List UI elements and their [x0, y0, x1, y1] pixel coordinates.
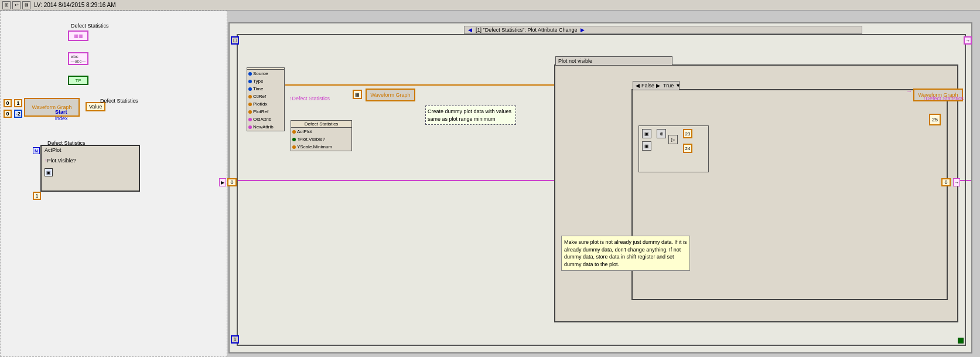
- num-23-inner: 23: [683, 129, 692, 138]
- event-structure-header: ◀ [1] "Defect Statistics": Plot Attribut…: [464, 26, 862, 34]
- num-0-box-left: 0: [227, 178, 237, 186]
- num-1-left: 1: [14, 99, 22, 107]
- defect-stats-label-1: Defect Statistics: [71, 23, 109, 29]
- title-bar: ⊞ ↩ ⊠ LV: 2014 8/14/2015 8:29:16 AM: [0, 0, 980, 11]
- event-data-node: Source Type Time CtlRef PlotIdx: [247, 67, 285, 131]
- comment-box: Make sure plot is not already just dummy…: [561, 236, 690, 271]
- plot-visible-label-left: ↑Plot.Visible?: [45, 158, 76, 164]
- plotidx-port: PlotIdx: [247, 100, 284, 108]
- defect-stats-label-2: Defect Statistics: [100, 98, 138, 104]
- type-port: Type: [247, 77, 284, 85]
- newattrib-port: NewAttrib: [247, 123, 284, 131]
- ctlref-port: CtlRef: [247, 93, 284, 100]
- index-label: index: [55, 115, 68, 121]
- oldattrib-port: OldAttrib: [247, 115, 284, 123]
- actplot-label-left: ActPlot: [45, 147, 62, 153]
- n-indicator: N: [33, 147, 40, 154]
- case-structure: Plot not visible ◀ False ▶ True ▼ 25: [554, 64, 958, 322]
- title-bar-icons: ⊞ ↩ ⊠: [2, 1, 30, 9]
- waveform-graph-left: Waveform Graph: [24, 98, 80, 117]
- num-24-inner: 24: [683, 144, 692, 153]
- case-header: Plot not visible: [555, 56, 672, 66]
- cluster-icon-1: ▦: [353, 90, 362, 99]
- pink-terminal-right: →: [953, 178, 960, 186]
- false-true-selector: ◀ False ▶ True ▼: [633, 81, 679, 90]
- defect-stats-block-1: ▦▦: [68, 30, 88, 41]
- create-dummy-comment: Create dummy plot data with values same …: [425, 106, 516, 125]
- plot-visible-port: ↑Plot.Visible?: [291, 135, 351, 143]
- defect-stats-arrow: ↑Defect Statistics: [289, 96, 330, 101]
- diagram-area: ◀ [1] "Defect Statistics": Plot Attribut…: [228, 22, 972, 353]
- node-inner-2: ▣: [642, 141, 651, 151]
- source-port: Source: [247, 70, 284, 77]
- bool-block: TF: [68, 76, 88, 85]
- defect-stats-middle-node: Defect Statistics ActPlot ↑Plot.Visible?…: [291, 120, 352, 151]
- defect-stats-inner-block: ActPlot ↑Plot.Visible? ▣: [40, 145, 140, 192]
- num-0-left2: 0: [4, 110, 12, 118]
- title-bar-text: LV: 2014 8/14/2015 8:29:16 AM: [34, 2, 116, 8]
- inner-nodes-group: ▣ ▣ ⊕ ▷ 23 24: [638, 125, 709, 172]
- num-25: 25: [929, 114, 941, 125]
- iter-terminal-top: □: [231, 36, 239, 45]
- pink-terminal-left: ▶: [219, 178, 226, 186]
- icon-1[interactable]: ⊞: [2, 1, 11, 9]
- plotref-port: PlotRef: [247, 108, 284, 115]
- num-0-box-right: 0: [941, 178, 951, 186]
- time-port: Time: [247, 85, 284, 93]
- event-structure-frame: □ 1 → Plot not visible ◀ False: [237, 34, 966, 346]
- defect-stats-middle-label: Defect Statistics: [291, 121, 351, 128]
- defect-stats-right-label: ↑Defect Statistics: [923, 96, 964, 101]
- actplot-port: ActPlot: [291, 128, 351, 135]
- node-inner-4: ▷: [668, 135, 678, 144]
- left-panel: Defect Statistics ▦▦ abc —abc— TF 0 0 1 …: [0, 11, 227, 357]
- inner-small-block: ▣: [45, 168, 53, 176]
- num-0-left: 0: [4, 99, 12, 107]
- num-1-bottom: 1: [33, 192, 41, 200]
- yscale-min-port: YScale.Minimum: [291, 143, 351, 151]
- icon-3[interactable]: ⊠: [22, 1, 30, 9]
- icon-2[interactable]: ↩: [12, 1, 21, 9]
- main-canvas: Defect Statistics ▦▦ abc —abc— TF 0 0 1 …: [0, 11, 980, 357]
- abc-block: abc —abc—: [68, 52, 88, 65]
- event-terminal-top: →: [964, 36, 972, 45]
- num-neg2-left: -2: [14, 110, 22, 118]
- node-inner-3: ⊕: [657, 129, 666, 138]
- iter-terminal-bottom: 1: [231, 335, 239, 344]
- start-label: Start: [55, 109, 67, 115]
- arrow-right-1: →: [906, 88, 912, 94]
- waveform-graph-inner-left: Waveform Graph: [366, 89, 415, 101]
- node-inner-1: ▣: [642, 129, 651, 138]
- bottom-right-indicator: [958, 338, 964, 344]
